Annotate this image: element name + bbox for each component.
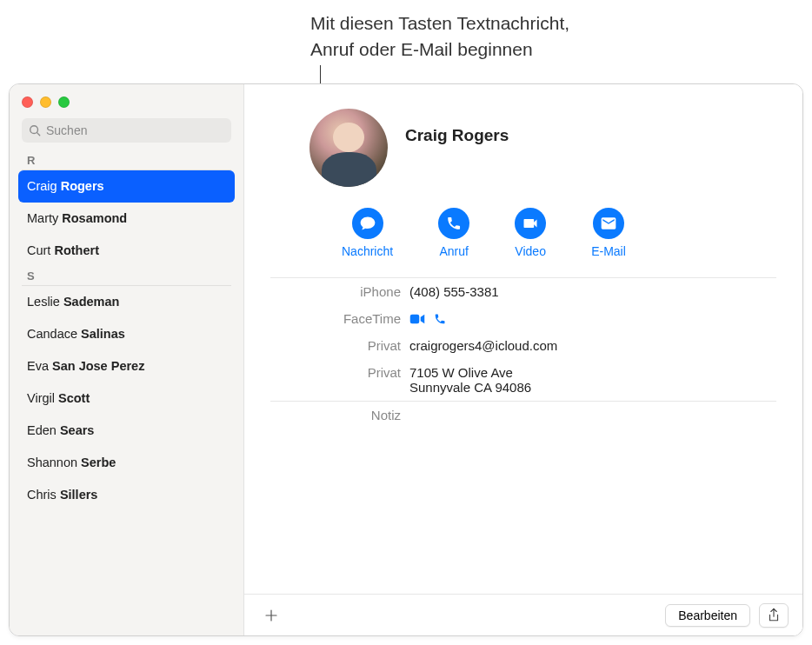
message-label: Nachricht (342, 244, 393, 258)
contact-item[interactable]: Marty Rosamond (10, 203, 243, 235)
note-value (409, 408, 776, 422)
contact-item[interactable]: Chris Sillers (10, 479, 243, 511)
bottom-toolbar: Bearbeiten (244, 594, 802, 635)
contact-header: Craig Rogers (244, 84, 802, 190)
close-window-button[interactable] (22, 96, 33, 108)
phone-icon (438, 208, 469, 239)
facetime-icons (409, 311, 776, 325)
message-button[interactable]: Nachricht (342, 208, 393, 258)
add-button[interactable] (258, 604, 284, 627)
phone-label: iPhone (270, 284, 409, 299)
call-button[interactable]: Anruf (438, 208, 469, 258)
window-controls (10, 84, 243, 113)
address-value: 7105 W Olive Ave Sunnyvale CA 94086 (409, 365, 776, 395)
plus-icon (263, 608, 279, 623)
note-label: Notiz (270, 408, 409, 422)
zoom-window-button[interactable] (58, 96, 70, 108)
contacts-window: RCraig RogersMarty RosamondCurt RothertS… (9, 83, 803, 636)
detail-row-facetime[interactable]: FaceTime (270, 305, 776, 332)
contact-item[interactable]: Craig Rogers (18, 170, 235, 203)
contact-item[interactable]: Candace Salinas (10, 318, 243, 350)
contact-item[interactable]: Eden Sears (10, 415, 243, 447)
sidebar: RCraig RogersMarty RosamondCurt RothertS… (10, 84, 244, 635)
email-value: craigrogers4@icloud.com (409, 338, 776, 353)
avatar[interactable] (309, 109, 388, 187)
email-label: Privat (270, 338, 409, 353)
message-icon (352, 208, 383, 239)
facetime-audio-icon[interactable] (434, 313, 446, 325)
minimize-window-button[interactable] (40, 96, 51, 108)
section-header-s: S (22, 267, 231, 286)
share-icon (767, 608, 781, 623)
action-buttons-row: Nachricht Anruf Video E-Mail (244, 190, 802, 277)
video-label: Video (515, 244, 546, 258)
mail-label: E-Mail (591, 244, 626, 258)
phone-value: (408) 555-3381 (409, 284, 776, 299)
call-label: Anruf (439, 244, 468, 258)
facetime-label: FaceTime (270, 311, 409, 326)
address-label: Privat (270, 365, 409, 395)
detail-row-note[interactable]: Notiz (270, 402, 776, 429)
mail-button[interactable]: E-Mail (591, 208, 626, 258)
contact-list[interactable]: RCraig RogersMarty RosamondCurt RothertS… (10, 151, 243, 635)
detail-row-address[interactable]: Privat 7105 W Olive Ave Sunnyvale CA 940… (270, 359, 776, 401)
detail-row-phone[interactable]: iPhone (408) 555-3381 (270, 278, 776, 305)
share-button[interactable] (759, 603, 789, 628)
svg-line-1 (37, 133, 40, 136)
video-button[interactable]: Video (515, 208, 546, 258)
contact-item[interactable]: Shannon Serbe (10, 447, 243, 479)
facetime-video-icon[interactable] (409, 313, 425, 325)
svg-rect-2 (410, 315, 420, 324)
contact-details: iPhone (408) 555-3381 FaceTime Privat cr… (244, 277, 802, 429)
mail-icon (593, 208, 624, 239)
contact-detail-pane: Craig Rogers Nachricht Anruf Video (244, 84, 802, 635)
contact-name: Craig Rogers (405, 126, 509, 145)
contact-item[interactable]: Leslie Sademan (10, 286, 243, 318)
search-input[interactable] (46, 123, 224, 137)
search-container (10, 113, 243, 151)
section-header-r: R (22, 151, 231, 170)
contact-item[interactable]: Virgil Scott (10, 382, 243, 415)
edit-button[interactable]: Bearbeiten (665, 604, 750, 627)
video-icon (515, 208, 546, 239)
callout-annotation: Mit diesen Tasten Textnachricht, Anruf o… (310, 10, 569, 63)
search-box[interactable] (22, 118, 231, 143)
contact-item[interactable]: Curt Rothert (10, 235, 243, 267)
search-icon (29, 124, 41, 136)
contact-item[interactable]: Eva San Jose Perez (10, 350, 243, 382)
detail-row-email[interactable]: Privat craigrogers4@icloud.com (270, 332, 776, 359)
